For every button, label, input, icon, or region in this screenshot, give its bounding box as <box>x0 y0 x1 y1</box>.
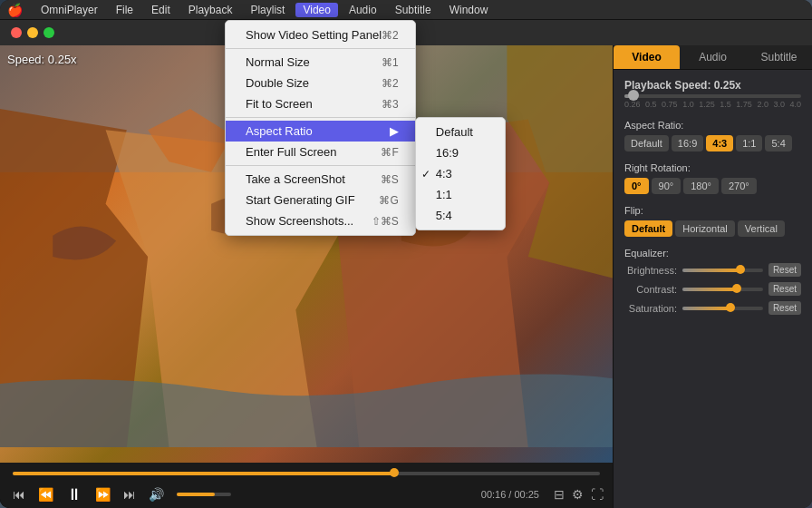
rewind-button[interactable]: ⏪ <box>34 485 57 503</box>
brightness-row: Brightness: Reset <box>624 263 801 277</box>
rotation-row: Right Rotation: 0° 90° 180° 270° <box>624 162 801 194</box>
menubar-playback[interactable]: Playback <box>181 3 240 17</box>
menu-sep-2 <box>226 117 415 118</box>
play-pause-button[interactable]: ⏸ <box>63 484 86 506</box>
menu-screenshot[interactable]: Take a ScreenShot ⌘S <box>226 169 415 190</box>
button-row: ⏮ ⏪ ⏸ ⏩ ⏭ 🔊 00:16 / 00:25 ⊟ ⚙ ⛶ <box>9 481 604 508</box>
submenu-5-4[interactable]: 5:4 <box>416 205 505 226</box>
menubar: 🍎 OmniPlayer File Edit Playback Playlist… <box>0 0 812 20</box>
progress-row <box>9 463 604 481</box>
saturation-label: Saturation: <box>624 303 677 314</box>
volume-track[interactable] <box>177 493 231 496</box>
aspect-ratio-submenu: Default 16:9 ✓ 4:3 1:1 5:4 <box>415 117 506 230</box>
menubar-subtitle[interactable]: Subtitle <box>388 3 439 17</box>
right-icons: ⊟ ⚙ ⛶ <box>554 487 604 502</box>
progress-thumb <box>390 468 399 477</box>
controls-bar: ⏮ ⏪ ⏸ ⏩ ⏭ 🔊 00:16 / 00:25 ⊟ ⚙ ⛶ <box>0 463 613 508</box>
menu-sep-3 <box>226 165 415 166</box>
menubar-playlist[interactable]: Playlist <box>243 3 292 17</box>
rotation-90-button[interactable]: 90° <box>652 178 682 194</box>
speed-slider-container[interactable] <box>624 94 801 98</box>
submenu-1-1[interactable]: 1:1 <box>416 184 505 205</box>
menu-show-video-setting[interactable]: Show Video Setting Panel ⌘2 <box>226 24 415 45</box>
video-dropdown-menu: Show Video Setting Panel ⌘2 Normal Size … <box>225 20 416 236</box>
minimize-button[interactable] <box>27 27 38 38</box>
app-window: 🍎 OmniPlayer File Edit Playback Playlist… <box>0 0 812 508</box>
equalizer-label: Equalizer: <box>624 248 801 259</box>
rotation-270-button[interactable]: 270° <box>721 178 757 194</box>
skip-back-button[interactable]: ⏮ <box>9 485 29 503</box>
close-button[interactable] <box>11 27 22 38</box>
flip-default-button[interactable]: Default <box>624 220 672 237</box>
settings-content: Playback Speed: 0.25x 0.26 0.5 0.75 1.0 … <box>614 70 812 508</box>
playback-speed-row: Playback Speed: 0.25x 0.26 0.5 0.75 1.0 … <box>624 79 801 109</box>
menubar-file[interactable]: File <box>109 3 140 17</box>
saturation-reset[interactable]: Reset <box>768 301 801 315</box>
contrast-thumb <box>732 284 741 293</box>
time-display: 00:16 / 00:25 <box>481 489 539 500</box>
ratio-5-4-button[interactable]: 5:4 <box>765 135 791 151</box>
brightness-reset[interactable]: Reset <box>768 263 801 277</box>
settings-panel: Video Audio Subtitle Playback Speed: 0.2… <box>613 45 812 508</box>
rotation-buttons: 0° 90° 180° 270° <box>624 178 801 194</box>
fullscreen-button[interactable]: ⛶ <box>591 487 604 502</box>
tab-subtitle[interactable]: Subtitle <box>746 45 812 69</box>
contrast-reset[interactable]: Reset <box>768 282 801 296</box>
menu-fit-screen[interactable]: Fit to Screen ⌘3 <box>226 93 415 114</box>
menu-normal-size[interactable]: Normal Size ⌘1 <box>226 52 415 73</box>
menu-gif[interactable]: Start Generating GIF ⌘G <box>226 190 415 210</box>
volume-button[interactable]: 🔊 <box>145 485 168 503</box>
contrast-label: Contrast: <box>624 284 677 295</box>
menu-fullscreen[interactable]: Enter Full Screen ⌘F <box>226 142 415 162</box>
speed-marks: 0.26 0.5 0.75 1.0 1.25 1.5 1.75 2.0 3.0 … <box>624 100 801 109</box>
flip-horizontal-button[interactable]: Horizontal <box>675 220 735 237</box>
menubar-video[interactable]: Video <box>295 3 337 17</box>
progress-fill <box>13 472 394 475</box>
saturation-track[interactable] <box>682 307 763 310</box>
rotation-0-button[interactable]: 0° <box>624 178 649 194</box>
saturation-thumb <box>726 303 735 312</box>
maximize-button[interactable] <box>44 27 54 38</box>
skip-forward-button[interactable]: ⏭ <box>120 485 140 503</box>
tab-video[interactable]: Video <box>614 45 680 69</box>
flip-buttons: Default Horizontal Vertical <box>624 220 801 237</box>
menubar-audio[interactable]: Audio <box>342 3 384 17</box>
ratio-4-3-button[interactable]: 4:3 <box>706 135 733 151</box>
saturation-fill <box>682 307 730 310</box>
speed-slider-track <box>624 94 801 98</box>
flip-vertical-button[interactable]: Vertical <box>738 220 785 237</box>
brightness-track[interactable] <box>682 269 763 272</box>
menu-show-screenshots[interactable]: Show Screenshots... ⇧⌘S <box>226 210 415 231</box>
rotation-180-button[interactable]: 180° <box>683 178 719 194</box>
menu-aspect-ratio[interactable]: Aspect Ratio ▶ Default 16:9 ✓ 4:3 1:1 <box>226 121 415 142</box>
speed-slider-thumb <box>628 90 639 101</box>
submenu-16-9[interactable]: 16:9 <box>416 142 505 163</box>
tab-audio[interactable]: Audio <box>680 45 746 69</box>
fast-forward-button[interactable]: ⏩ <box>92 485 114 503</box>
settings-button[interactable]: ⚙ <box>572 487 584 502</box>
submenu-4-3[interactable]: ✓ 4:3 <box>416 163 505 184</box>
flip-row: Flip: Default Horizontal Vertical <box>624 205 801 237</box>
menubar-omniplayer[interactable]: OmniPlayer <box>34 3 105 17</box>
brightness-label: Brightness: <box>624 265 677 276</box>
aspect-ratio-label: Aspect Ratio: <box>624 120 801 131</box>
aspect-ratio-buttons: Default 16:9 4:3 1:1 5:4 <box>624 135 801 151</box>
contrast-track[interactable] <box>682 288 763 291</box>
saturation-row: Saturation: Reset <box>624 301 801 315</box>
video-menu-container: Show Video Setting Panel ⌘2 Normal Size … <box>225 20 416 236</box>
ratio-1-1-button[interactable]: 1:1 <box>736 135 762 151</box>
menu-double-size[interactable]: Double Size ⌘2 <box>226 73 415 93</box>
ratio-default-button[interactable]: Default <box>624 135 669 151</box>
menubar-edit[interactable]: Edit <box>144 3 178 17</box>
apple-menu[interactable]: 🍎 <box>7 3 23 17</box>
subtitles-button[interactable]: ⊟ <box>554 487 565 502</box>
ratio-16-9-button[interactable]: 16:9 <box>672 135 703 151</box>
settings-tabs: Video Audio Subtitle <box>614 45 812 70</box>
submenu-default[interactable]: Default <box>416 122 505 142</box>
flip-label: Flip: <box>624 205 801 216</box>
brightness-thumb <box>736 265 745 274</box>
progress-track[interactable] <box>13 472 600 475</box>
rotation-label: Right Rotation: <box>624 162 801 173</box>
aspect-ratio-row: Aspect Ratio: Default 16:9 4:3 1:1 5:4 <box>624 120 801 151</box>
menubar-window[interactable]: Window <box>442 3 496 17</box>
